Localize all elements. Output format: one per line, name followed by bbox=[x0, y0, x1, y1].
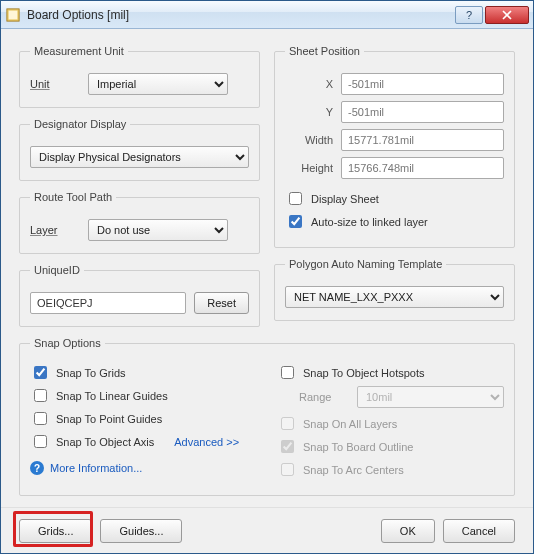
window-buttons: ? bbox=[453, 6, 529, 24]
display-sheet-checkbox[interactable] bbox=[289, 192, 302, 205]
snap-arc-centers-checkbox bbox=[281, 463, 294, 476]
range-select: 10mil bbox=[357, 386, 504, 408]
polygon-legend: Polygon Auto Naming Template bbox=[285, 258, 446, 270]
sheet-position-group: Sheet Position X Y Width Height bbox=[274, 45, 515, 248]
guides-button[interactable]: Guides... bbox=[100, 519, 182, 543]
dialog-footer: Grids... Guides... OK Cancel bbox=[1, 507, 533, 553]
snap-to-hotspots-label: Snap To Object Hotspots bbox=[303, 367, 424, 379]
sheet-height-label: Height bbox=[285, 162, 333, 174]
snap-to-linear-label: Snap To Linear Guides bbox=[56, 390, 168, 402]
uniqueid-input[interactable] bbox=[30, 292, 186, 314]
designator-legend: Designator Display bbox=[30, 118, 130, 130]
sheet-height-input[interactable] bbox=[341, 157, 504, 179]
snap-options-group: Snap Options Snap To Grids Snap To Linea… bbox=[19, 337, 515, 496]
layer-label: Layer bbox=[30, 224, 80, 236]
cancel-button[interactable]: Cancel bbox=[443, 519, 515, 543]
designator-select[interactable]: Display Physical Designators bbox=[30, 146, 249, 168]
more-info-link[interactable]: More Information... bbox=[50, 462, 142, 474]
snap-to-grids-label: Snap To Grids bbox=[56, 367, 126, 379]
sheet-width-input[interactable] bbox=[341, 129, 504, 151]
snap-to-point-checkbox[interactable] bbox=[34, 412, 47, 425]
uniqueid-group: UniqueID Reset bbox=[19, 264, 260, 327]
measurement-unit-legend: Measurement Unit bbox=[30, 45, 128, 57]
unit-select[interactable]: Imperial bbox=[88, 73, 228, 95]
dialog-body: Measurement Unit Unit Imperial Designato… bbox=[1, 29, 533, 506]
snap-to-grids-checkbox[interactable] bbox=[34, 366, 47, 379]
sheet-y-input[interactable] bbox=[341, 101, 504, 123]
info-icon: ? bbox=[30, 461, 44, 475]
sheet-legend: Sheet Position bbox=[285, 45, 364, 57]
reset-button[interactable]: Reset bbox=[194, 292, 249, 314]
close-button[interactable] bbox=[485, 6, 529, 24]
sheet-width-label: Width bbox=[285, 134, 333, 146]
advanced-link[interactable]: Advanced >> bbox=[174, 436, 239, 448]
right-column: Sheet Position X Y Width Height bbox=[274, 45, 515, 327]
polygon-select[interactable]: NET NAME_LXX_PXXX bbox=[285, 286, 504, 308]
board-options-dialog: Board Options [mil] ? Measurement Unit U… bbox=[0, 0, 534, 554]
snap-board-outline-label: Snap To Board Outline bbox=[303, 441, 413, 453]
window-title: Board Options [mil] bbox=[27, 8, 453, 22]
route-tool-path-group: Route Tool Path Layer Do not use bbox=[19, 191, 260, 254]
route-legend: Route Tool Path bbox=[30, 191, 116, 203]
layer-select[interactable]: Do not use bbox=[88, 219, 228, 241]
ok-button[interactable]: OK bbox=[381, 519, 435, 543]
snap-legend: Snap Options bbox=[30, 337, 105, 349]
sheet-y-label: Y bbox=[285, 106, 333, 118]
snap-board-outline-checkbox bbox=[281, 440, 294, 453]
autosize-checkbox[interactable] bbox=[289, 215, 302, 228]
snap-left-column: Snap To Grids Snap To Linear Guides Snap… bbox=[30, 359, 257, 483]
svg-rect-1 bbox=[9, 10, 18, 19]
snap-right-column: Snap To Object Hotspots Range 10mil Snap… bbox=[277, 359, 504, 483]
snap-to-axis-label: Snap To Object Axis bbox=[56, 436, 154, 448]
snap-all-layers-label: Snap On All Layers bbox=[303, 418, 397, 430]
unit-label: Unit bbox=[30, 78, 80, 90]
snap-to-linear-checkbox[interactable] bbox=[34, 389, 47, 402]
sheet-x-label: X bbox=[285, 78, 333, 90]
uniqueid-legend: UniqueID bbox=[30, 264, 84, 276]
snap-to-hotspots-checkbox[interactable] bbox=[281, 366, 294, 379]
polygon-naming-group: Polygon Auto Naming Template NET NAME_LX… bbox=[274, 258, 515, 321]
sheet-x-input[interactable] bbox=[341, 73, 504, 95]
titlebar: Board Options [mil] ? bbox=[1, 1, 533, 29]
left-column: Measurement Unit Unit Imperial Designato… bbox=[19, 45, 260, 327]
grids-button[interactable]: Grids... bbox=[19, 519, 92, 543]
snap-all-layers-checkbox bbox=[281, 417, 294, 430]
display-sheet-label: Display Sheet bbox=[311, 193, 379, 205]
designator-display-group: Designator Display Display Physical Desi… bbox=[19, 118, 260, 181]
snap-arc-centers-label: Snap To Arc Centers bbox=[303, 464, 404, 476]
app-icon bbox=[5, 7, 21, 23]
help-button[interactable]: ? bbox=[455, 6, 483, 24]
snap-to-point-label: Snap To Point Guides bbox=[56, 413, 162, 425]
autosize-label: Auto-size to linked layer bbox=[311, 216, 428, 228]
snap-to-axis-checkbox[interactable] bbox=[34, 435, 47, 448]
measurement-unit-group: Measurement Unit Unit Imperial bbox=[19, 45, 260, 108]
range-label: Range bbox=[299, 391, 349, 403]
